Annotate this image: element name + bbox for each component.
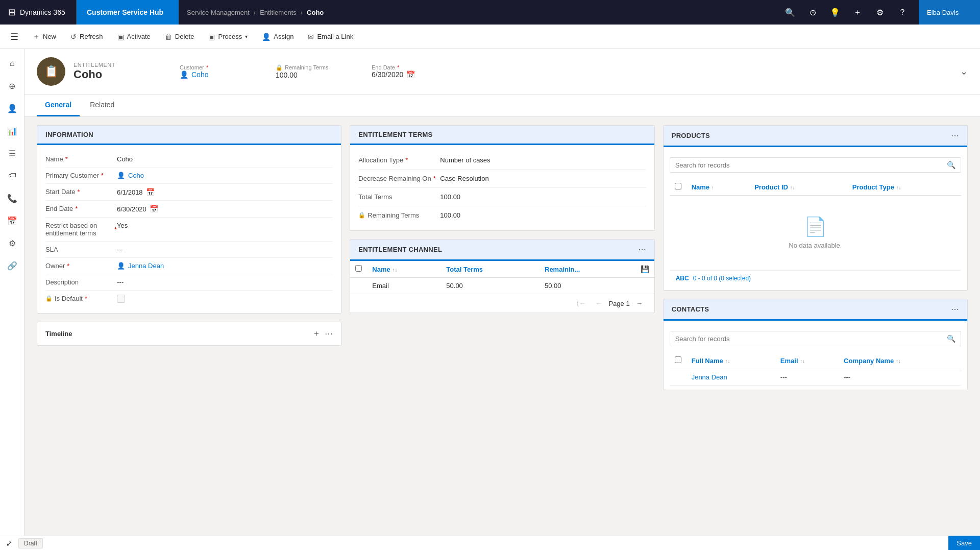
- header-remaining-value: 100.00: [276, 71, 347, 79]
- sidebar-icon-tag[interactable]: 🏷: [2, 165, 22, 186]
- header-customer-value[interactable]: 👤 Coho: [180, 70, 251, 79]
- menu-button[interactable]: ☰: [4, 28, 24, 45]
- email-link-button[interactable]: ✉ Email a Link: [302, 30, 359, 44]
- channel-first-page-button[interactable]: ⟨←: [573, 298, 589, 308]
- et-allocation-value: Number of cases: [440, 156, 646, 164]
- field-restrict: Restrict based on entitlement terms * Ye…: [45, 218, 333, 242]
- delete-button[interactable]: 🗑 Delete: [159, 30, 201, 44]
- entitlement-terms-header: ENTITLEMENT TERMS: [350, 126, 654, 145]
- products-id-sort-icon: ↑↓: [790, 185, 795, 190]
- header-field-remaining-terms: 🔒 Remaining Terms 100.00: [276, 64, 347, 79]
- lightbulb-icon[interactable]: 💡: [827, 4, 843, 20]
- entitlement-channel-body: Name ↑↓ Total Terms Remainin...: [350, 261, 654, 313]
- calendar-icon[interactable]: 📅: [406, 70, 415, 79]
- contacts-search-input[interactable]: [675, 335, 947, 343]
- sidebar-icon-recent[interactable]: ⊕: [2, 76, 22, 96]
- expand-button[interactable]: ⤢: [6, 539, 12, 547]
- channel-save-icon[interactable]: 💾: [641, 265, 649, 273]
- contacts-fullname-sort-icon: ↑↓: [725, 358, 730, 364]
- channel-email-remaining: 50.00: [540, 278, 635, 294]
- refresh-ring-icon[interactable]: ⊙: [804, 4, 821, 20]
- sidebar-icon-calendar[interactable]: 📅: [2, 210, 22, 231]
- sidebar-icon-link[interactable]: 🔗: [2, 255, 22, 276]
- start-date-calendar-icon[interactable]: 📅: [146, 188, 155, 196]
- main-container: ⌂ ⊕ 👤 📊 ☰ 🏷 📞 📅 ⚙ 🔗 📋 ENTITLEMENT Coho C…: [0, 49, 980, 550]
- process-icon: ▣: [208, 33, 215, 41]
- contact-fullname[interactable]: Jenna Dean: [687, 369, 775, 386]
- status-badge: Draft: [18, 538, 43, 548]
- assign-icon: 👤: [262, 33, 271, 41]
- tab-general[interactable]: General: [37, 94, 80, 116]
- channel-col-actions: 💾: [635, 261, 654, 278]
- process-button[interactable]: ▣ Process ▾: [202, 30, 254, 44]
- channel-col-total[interactable]: Total Terms: [441, 261, 540, 278]
- save-button[interactable]: Save: [948, 536, 980, 550]
- contacts-card: CONTACTS ⋯ 🔍: [663, 299, 968, 390]
- products-more-button[interactable]: ⋯: [951, 131, 959, 140]
- lock-icon: 🔒: [276, 64, 283, 71]
- is-default-lock-icon: 🔒: [45, 295, 53, 302]
- contacts-col-company[interactable]: Company Name ↑↓: [839, 352, 961, 369]
- channel-next-page-button[interactable]: →: [633, 298, 646, 308]
- channel-col-name[interactable]: Name ↑↓: [367, 261, 441, 278]
- activate-button[interactable]: ▣ Activate: [111, 30, 157, 44]
- help-icon[interactable]: ？: [894, 4, 911, 20]
- products-col-type[interactable]: Product Type ↑↓: [847, 179, 961, 196]
- contacts-col-fullname[interactable]: Full Name ↑↓: [687, 352, 775, 369]
- channel-pagination: ⟨← ← Page 1 →: [350, 294, 654, 313]
- products-search-input[interactable]: [675, 161, 947, 169]
- settings-icon[interactable]: ⚙: [872, 4, 888, 20]
- products-col-id[interactable]: Product ID ↑↓: [749, 179, 847, 196]
- et-field-total: Total Terms 100.00: [358, 188, 646, 206]
- sidebar-icon-contacts[interactable]: 👤: [2, 98, 22, 118]
- sidebar-icon-list[interactable]: ☰: [2, 143, 22, 163]
- timeline-more-button[interactable]: ⋯: [325, 328, 333, 339]
- products-col-name[interactable]: Name ↑: [687, 179, 750, 196]
- field-end-date: End Date * 6/30/2020 📅: [45, 201, 333, 218]
- channel-more-button[interactable]: ⋯: [638, 245, 646, 254]
- products-body: 🔍 Name ↑: [664, 147, 967, 290]
- sidebar-icon-home[interactable]: ⌂: [2, 53, 22, 74]
- refresh-button[interactable]: ↺ Refresh: [64, 30, 109, 44]
- content-area: 📋 ENTITLEMENT Coho Customer * 👤 Coho: [24, 49, 980, 550]
- new-button[interactable]: ＋ New: [27, 29, 62, 44]
- channel-email-name: Email: [367, 278, 441, 294]
- tab-related[interactable]: Related: [82, 94, 122, 116]
- activate-icon: ▣: [117, 33, 124, 41]
- no-data-icon: 📄: [804, 216, 827, 237]
- timeline-add-button[interactable]: ＋: [312, 328, 321, 339]
- channel-select-all[interactable]: [355, 265, 362, 272]
- channel-name-sort-icon: ↑↓: [392, 267, 397, 273]
- products-check-col[interactable]: [670, 179, 687, 196]
- channel-prev-page-button[interactable]: ←: [592, 298, 605, 308]
- field-primary-customer-value[interactable]: 👤 Coho: [117, 172, 333, 179]
- products-card: PRODUCTS ⋯ 🔍: [663, 125, 968, 291]
- channel-col-remaining[interactable]: Remainin...: [540, 261, 635, 278]
- contacts-search-bar: 🔍: [670, 331, 961, 346]
- collapse-header-button[interactable]: ⌄: [960, 66, 968, 77]
- is-default-checkbox[interactable]: [117, 295, 125, 303]
- field-description-value: ---: [117, 278, 333, 286]
- user-info[interactable]: Elba Davis: [919, 0, 980, 25]
- header-fields: Customer * 👤 Coho 🔒 Remaining Terms 100.…: [180, 64, 952, 79]
- search-icon[interactable]: 🔍: [782, 4, 798, 20]
- end-date-calendar-icon[interactable]: 📅: [150, 205, 158, 213]
- plus-icon[interactable]: ＋: [849, 4, 866, 20]
- field-name: Name * Coho: [45, 151, 333, 168]
- assign-button[interactable]: 👤 Assign: [256, 30, 300, 44]
- sidebar-icon-phone[interactable]: 📞: [2, 188, 22, 208]
- information-header: INFORMATION: [37, 126, 341, 145]
- customer-link-icon: 👤: [117, 172, 125, 179]
- contacts-company-sort-icon: ↑↓: [896, 358, 901, 364]
- contacts-more-button[interactable]: ⋯: [951, 304, 959, 314]
- contacts-check-col[interactable]: [670, 352, 687, 369]
- channel-check-col[interactable]: [350, 261, 367, 278]
- header-end-date-value: 6/30/2020 📅: [372, 70, 443, 79]
- contacts-select-all[interactable]: [675, 356, 681, 363]
- sidebar-icon-settings[interactable]: ⚙: [2, 233, 22, 253]
- products-select-all[interactable]: [675, 183, 681, 189]
- contacts-col-email[interactable]: Email ↑↓: [775, 352, 839, 369]
- products-type-sort-icon: ↑↓: [896, 185, 901, 190]
- field-owner-value[interactable]: 👤 Jenna Dean: [117, 262, 333, 270]
- sidebar-icon-charts[interactable]: 📊: [2, 121, 22, 141]
